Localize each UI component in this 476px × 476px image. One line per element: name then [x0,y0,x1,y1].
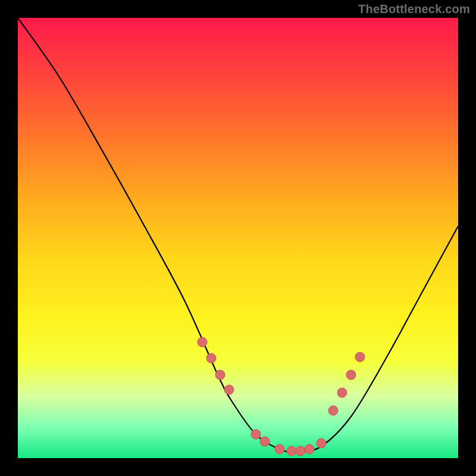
marker-dot [355,352,365,362]
marker-dot [337,388,347,397]
marker-dot [215,370,225,380]
chart-frame: TheBottleneck.com [0,0,476,476]
marker-dot [328,406,338,415]
marker-dot [206,353,216,363]
marker-dot [275,444,284,454]
marker-dot [346,370,356,380]
marker-dot [287,446,296,456]
marker-group [198,337,365,456]
bottleneck-curve [18,18,458,452]
marker-dot [198,337,207,347]
curve-svg [18,18,458,458]
marker-dot [251,430,261,439]
marker-dot [260,437,270,446]
marker-dot [317,439,326,448]
plot-area [18,18,458,458]
watermark-label: TheBottleneck.com [358,2,470,16]
marker-dot [305,444,314,454]
marker-dot [296,446,305,456]
marker-dot [224,385,234,394]
